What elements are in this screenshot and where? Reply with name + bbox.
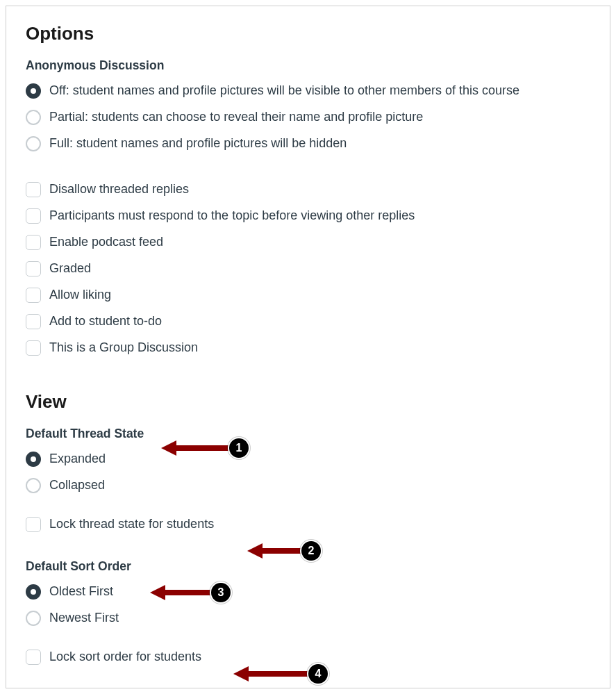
anon-partial-row[interactable]: Partial: students can choose to reveal t… bbox=[26, 106, 590, 129]
disallow-threaded-row[interactable]: Disallow threaded replies bbox=[26, 179, 590, 201]
options-panel: Options Anonymous Discussion Off: studen… bbox=[6, 6, 610, 688]
lock-thread-state-row[interactable]: Lock thread state for students bbox=[26, 513, 590, 536]
podcast-row[interactable]: Enable podcast feed bbox=[26, 231, 590, 254]
anon-full-row[interactable]: Full: student names and profile pictures… bbox=[26, 133, 590, 155]
radio-icon[interactable] bbox=[26, 478, 41, 493]
radio-icon[interactable] bbox=[26, 136, 41, 151]
thread-collapsed-row[interactable]: Collapsed bbox=[26, 474, 590, 497]
checkbox-icon[interactable] bbox=[26, 517, 41, 532]
sort-order-title: Default Sort Order bbox=[26, 559, 590, 574]
view-heading: View bbox=[26, 391, 590, 413]
liking-label: Allow liking bbox=[49, 286, 111, 304]
lock-sort-order-row[interactable]: Lock sort order for students bbox=[26, 646, 590, 668]
checkbox-icon[interactable] bbox=[26, 235, 41, 250]
checkbox-icon[interactable] bbox=[26, 261, 41, 276]
group-discussion-row[interactable]: This is a Group Discussion bbox=[26, 337, 590, 359]
anon-partial-label: Partial: students can choose to reveal t… bbox=[49, 108, 423, 126]
thread-expanded-row[interactable]: Expanded bbox=[26, 448, 590, 470]
checkbox-icon[interactable] bbox=[26, 182, 41, 197]
options-heading: Options bbox=[26, 23, 590, 44]
liking-row[interactable]: Allow liking bbox=[26, 284, 590, 306]
lock-thread-state-label: Lock thread state for students bbox=[49, 515, 214, 533]
checkbox-icon[interactable] bbox=[26, 288, 41, 303]
checkbox-icon[interactable] bbox=[26, 650, 41, 665]
sort-newest-label: Newest First bbox=[49, 609, 119, 627]
must-respond-label: Participants must respond to the topic b… bbox=[49, 207, 415, 224]
thread-expanded-label: Expanded bbox=[49, 450, 106, 468]
radio-icon[interactable] bbox=[26, 584, 41, 600]
graded-label: Graded bbox=[49, 260, 91, 277]
anon-full-label: Full: student names and profile pictures… bbox=[49, 135, 347, 152]
thread-state-title: Default Thread State bbox=[26, 427, 590, 441]
radio-icon[interactable] bbox=[26, 83, 41, 99]
thread-collapsed-label: Collapsed bbox=[49, 477, 105, 494]
podcast-label: Enable podcast feed bbox=[49, 233, 163, 251]
sort-oldest-row[interactable]: Oldest First bbox=[26, 581, 590, 603]
radio-icon[interactable] bbox=[26, 452, 41, 467]
sort-oldest-label: Oldest First bbox=[49, 583, 113, 600]
checkbox-icon[interactable] bbox=[26, 314, 41, 329]
disallow-threaded-label: Disallow threaded replies bbox=[49, 181, 189, 198]
radio-icon[interactable] bbox=[26, 110, 41, 125]
must-respond-row[interactable]: Participants must respond to the topic b… bbox=[26, 205, 590, 227]
group-discussion-label: This is a Group Discussion bbox=[49, 339, 198, 356]
radio-icon[interactable] bbox=[26, 611, 41, 626]
anon-off-row[interactable]: Off: student names and profile pictures … bbox=[26, 80, 590, 102]
graded-row[interactable]: Graded bbox=[26, 258, 590, 280]
checkbox-icon[interactable] bbox=[26, 208, 41, 224]
anon-off-label: Off: student names and profile pictures … bbox=[49, 82, 519, 99]
sort-newest-row[interactable]: Newest First bbox=[26, 607, 590, 629]
checkbox-icon[interactable] bbox=[26, 340, 41, 356]
todo-label: Add to student to-do bbox=[49, 313, 162, 330]
anonymous-discussion-title: Anonymous Discussion bbox=[26, 58, 590, 73]
todo-row[interactable]: Add to student to-do bbox=[26, 311, 590, 333]
lock-sort-order-label: Lock sort order for students bbox=[49, 648, 201, 666]
